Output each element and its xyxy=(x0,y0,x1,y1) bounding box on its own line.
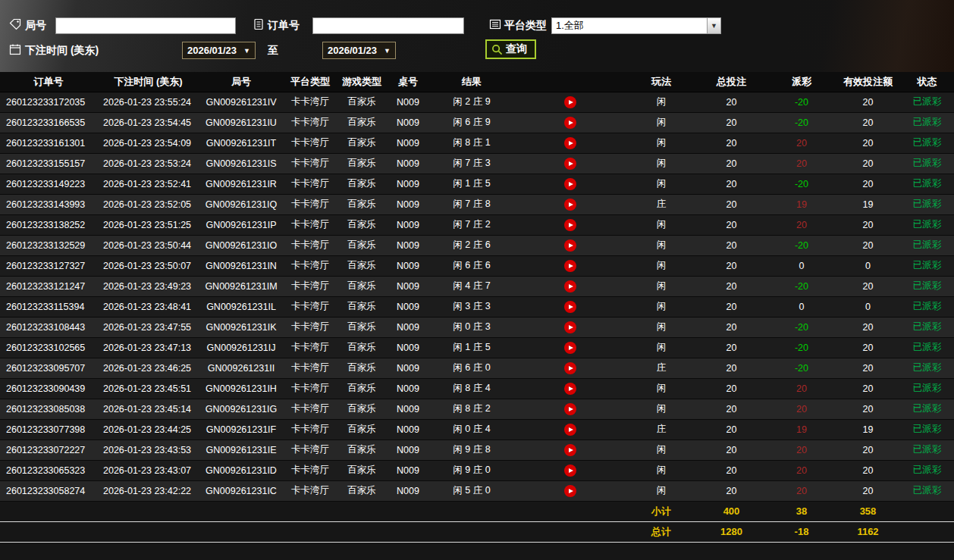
cell-replay xyxy=(513,235,627,255)
round-no-input[interactable] xyxy=(55,17,236,34)
replay-button[interactable] xyxy=(564,424,576,436)
cell-play-type: 闲 xyxy=(627,214,695,235)
table-row: 2601232330582742026-01-23 23:42:22GN0092… xyxy=(0,480,954,501)
query-button[interactable]: 查询 xyxy=(485,39,536,59)
replay-button[interactable] xyxy=(564,260,576,272)
replay-button[interactable] xyxy=(564,117,576,129)
column-header-2: 局号 xyxy=(199,72,283,92)
date-from-picker[interactable]: 2026/01/23 ▼ xyxy=(182,42,256,59)
cell-platform: 卡卡湾厅 xyxy=(283,358,337,378)
cell-replay xyxy=(513,337,627,358)
cell-round-no: GN009261231ID xyxy=(199,460,283,480)
cell-valid-bet: 20 xyxy=(836,440,900,460)
cell-valid-bet: 20 xyxy=(836,214,900,235)
cell-payout: 0 xyxy=(767,296,836,317)
cell-table-no: N009 xyxy=(386,174,430,194)
cell-bet-time: 2026-01-23 23:54:45 xyxy=(97,112,199,133)
cell-play-type: 庄 xyxy=(627,358,695,378)
cell-order-no: 260123233072227 xyxy=(0,440,97,460)
replay-button[interactable] xyxy=(564,301,576,313)
list-icon xyxy=(489,18,501,30)
cell-round-no: GN009261231IT xyxy=(199,133,283,153)
subtotal-valid-bet: 358 xyxy=(836,501,900,521)
cell-bet-time: 2026-01-23 23:50:07 xyxy=(97,255,199,276)
cell-play-type: 闲 xyxy=(627,153,695,174)
cell-valid-bet: 19 xyxy=(836,419,900,440)
replay-button[interactable] xyxy=(564,383,576,395)
cell-status: 已派彩 xyxy=(900,399,954,419)
cell-valid-bet: 20 xyxy=(836,133,900,153)
cell-payout: 0 xyxy=(767,255,836,276)
replay-button[interactable] xyxy=(564,444,576,456)
table-row: 2601232331325292026-01-23 23:50:44GN0092… xyxy=(0,235,954,255)
cell-game-type: 百家乐 xyxy=(337,440,386,460)
replay-button[interactable] xyxy=(564,199,576,211)
replay-button[interactable] xyxy=(564,280,576,293)
cell-total-bet: 20 xyxy=(695,317,767,337)
table-row: 2601232330904392026-01-23 23:45:51GN0092… xyxy=(0,378,954,399)
replay-button[interactable] xyxy=(564,342,576,354)
cell-order-no: 260123233085038 xyxy=(0,399,97,419)
cell-total-bet: 20 xyxy=(695,358,767,378)
column-header-12: 状态 xyxy=(900,72,954,92)
cell-game-type: 百家乐 xyxy=(337,92,386,112)
cell-platform: 卡卡湾厅 xyxy=(283,460,337,480)
replay-button[interactable] xyxy=(564,321,576,333)
cell-platform: 卡卡湾厅 xyxy=(283,399,337,419)
cell-total-bet: 20 xyxy=(695,460,767,480)
cell-payout: -20 xyxy=(767,317,836,337)
replay-button[interactable] xyxy=(564,219,576,231)
cell-result: 闲 9 庄 0 xyxy=(430,460,513,480)
cell-status: 已派彩 xyxy=(900,480,954,501)
cell-total-bet: 20 xyxy=(695,194,767,214)
cell-payout: -20 xyxy=(767,235,836,255)
platform-type-select[interactable]: 1.全部 ▼ xyxy=(551,17,721,34)
cell-bet-time: 2026-01-23 23:46:25 xyxy=(97,358,199,378)
cell-platform: 卡卡湾厅 xyxy=(283,296,337,317)
cell-order-no: 260123233149223 xyxy=(0,174,97,194)
cell-replay xyxy=(513,317,627,337)
cell-replay xyxy=(513,358,627,378)
table-row: 2601232331439932026-01-23 23:52:05GN0092… xyxy=(0,194,954,214)
subtotal-spacer xyxy=(0,501,627,521)
cell-result: 闲 8 庄 4 xyxy=(430,378,513,399)
column-header-6: 结果 xyxy=(430,72,513,92)
replay-button[interactable] xyxy=(564,362,576,374)
cell-game-type: 百家乐 xyxy=(337,460,386,480)
cell-bet-time: 2026-01-23 23:45:51 xyxy=(97,378,199,399)
cell-total-bet: 20 xyxy=(695,235,767,255)
cell-total-bet: 20 xyxy=(695,276,767,296)
date-to-picker[interactable]: 2026/01/23 ▼ xyxy=(322,42,396,59)
order-no-input[interactable] xyxy=(312,17,464,34)
cell-platform: 卡卡湾厅 xyxy=(283,440,337,460)
cell-play-type: 闲 xyxy=(627,133,695,153)
replay-button[interactable] xyxy=(564,158,576,170)
replay-button[interactable] xyxy=(564,239,576,252)
cell-game-type: 百家乐 xyxy=(337,214,386,235)
replay-button[interactable] xyxy=(564,485,576,497)
replay-button[interactable] xyxy=(564,96,576,108)
cell-replay xyxy=(513,399,627,419)
replay-button[interactable] xyxy=(564,403,576,415)
platform-type-label: 平台类型 xyxy=(504,19,547,33)
replay-button[interactable] xyxy=(564,137,576,149)
cell-total-bet: 20 xyxy=(695,174,767,194)
cell-round-no: GN009261231IO xyxy=(199,235,283,255)
cell-payout: -20 xyxy=(767,112,836,133)
cell-replay xyxy=(513,174,627,194)
orders-tbody: 2601232331720352026-01-23 23:55:24GN0092… xyxy=(0,92,954,501)
replay-button[interactable] xyxy=(564,178,576,190)
table-row: 2601232331551572026-01-23 23:53:24GN0092… xyxy=(0,153,954,174)
cell-game-type: 百家乐 xyxy=(337,255,386,276)
replay-button[interactable] xyxy=(564,465,576,477)
cell-order-no: 260123233172035 xyxy=(0,92,97,112)
cell-bet-time: 2026-01-23 23:43:07 xyxy=(97,460,199,480)
cell-valid-bet: 20 xyxy=(836,337,900,358)
platform-type-value: 1.全部 xyxy=(552,19,707,33)
cell-game-type: 百家乐 xyxy=(337,419,386,440)
subtotal-total-bet: 400 xyxy=(695,501,767,521)
cell-bet-time: 2026-01-23 23:42:22 xyxy=(97,480,199,501)
cell-game-type: 百家乐 xyxy=(337,480,386,501)
cell-platform: 卡卡湾厅 xyxy=(283,276,337,296)
cell-bet-time: 2026-01-23 23:52:41 xyxy=(97,174,199,194)
